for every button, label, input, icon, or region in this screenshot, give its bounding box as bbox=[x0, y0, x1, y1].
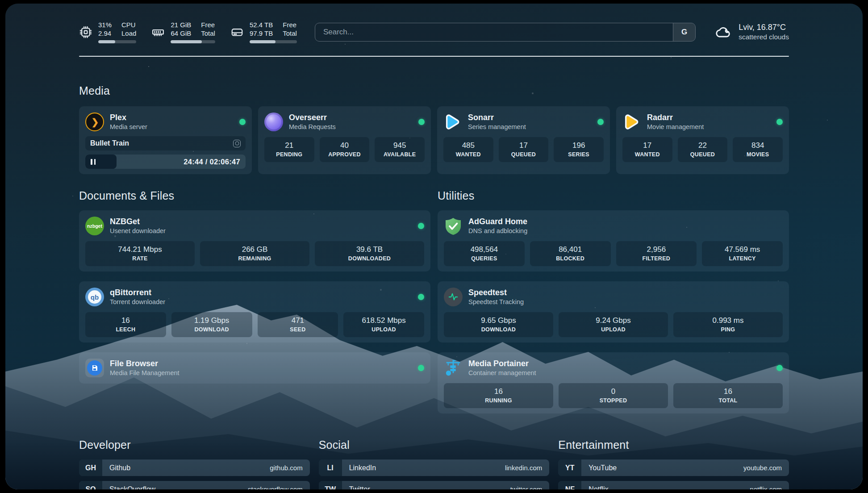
disk-free-value: 52.4 TB bbox=[250, 21, 273, 29]
ram-free-value: 21 GiB bbox=[171, 21, 191, 29]
stat-value: 945 bbox=[376, 141, 423, 150]
adguard-icon bbox=[444, 217, 463, 235]
stat-value: 22 bbox=[680, 141, 726, 150]
stat-label: QUEUED bbox=[680, 150, 726, 159]
app-subtitle: Container management bbox=[468, 369, 536, 377]
pause-icon[interactable] bbox=[91, 159, 96, 165]
stat-value: 266 GB bbox=[202, 245, 308, 255]
cpu-progress-fill bbox=[98, 40, 115, 43]
stat-value: 9.24 Gbps bbox=[560, 316, 666, 326]
bookmark-linkedin[interactable]: LI LinkedIn linkedin.com bbox=[319, 460, 550, 476]
ram-icon bbox=[151, 25, 165, 39]
bookmark-github[interactable]: GH Github github.com bbox=[79, 460, 310, 476]
camera-icon[interactable] bbox=[233, 140, 241, 147]
player-progress-track: 24:44 / 02:06:47 bbox=[85, 155, 246, 169]
app-name: Speedtest bbox=[468, 288, 524, 298]
sonarr-icon bbox=[443, 113, 462, 131]
stat-value: 196 bbox=[555, 141, 602, 150]
cpu-stat: 31% 2.94 CPU Load bbox=[79, 21, 136, 43]
stat-label: QUERIES bbox=[446, 255, 523, 263]
player-time: 24:44 / 02:06:47 bbox=[184, 155, 240, 169]
bookmark-stackoverflow[interactable]: SO StackOverflow stackoverflow.com bbox=[79, 481, 310, 489]
stat-label: WANTED bbox=[445, 150, 492, 159]
bookmark-url: linkedin.com bbox=[505, 460, 549, 476]
disk-progress-fill bbox=[250, 40, 275, 43]
memory-stat: 21 GiB 64 GiB Free Total bbox=[151, 21, 215, 43]
stat-tile: 47.569 ms LATENCY bbox=[702, 241, 783, 266]
ram-total-value: 64 GiB bbox=[171, 29, 191, 38]
disk-stat: 52.4 TB 97.9 TB Free Total bbox=[230, 21, 297, 43]
card-portainer[interactable]: Media Portainer Container management 16 … bbox=[438, 352, 789, 414]
bookmark-twitter[interactable]: TW Twitter twitter.com bbox=[319, 481, 550, 489]
bookmark-group-developer: Developer GH Github github.com SO StackO… bbox=[79, 439, 310, 489]
section-title-entertainment: Entertainment bbox=[558, 439, 789, 451]
bookmark-group-social: Social LI LinkedIn linkedin.com TW Twitt… bbox=[319, 439, 550, 489]
stat-label: PING bbox=[675, 326, 781, 334]
bookmark-name: YouTube bbox=[581, 460, 617, 476]
stat-label: TOTAL bbox=[675, 397, 781, 405]
card-qbittorrent[interactable]: qb qBittorrent Torrent downloader 16 LEE… bbox=[79, 281, 430, 343]
stat-label: SERIES bbox=[555, 150, 602, 159]
stat-label: LEECH bbox=[87, 326, 164, 334]
disk-progress-track bbox=[250, 40, 297, 43]
stat-value: 17 bbox=[624, 141, 671, 150]
card-adguard[interactable]: AdGuard Home DNS and adblocking 498,564 … bbox=[438, 210, 789, 272]
card-radarr[interactable]: Radarr Movie management 17 WANTED 22 QUE… bbox=[616, 106, 789, 174]
cpu-load-value: 2.94 bbox=[98, 29, 112, 38]
card-sonarr[interactable]: Sonarr Series management 485 WANTED 17 Q… bbox=[437, 106, 610, 174]
stat-label: RUNNING bbox=[446, 397, 551, 405]
card-plex[interactable]: ❯ Plex Media server Bullet Train 24:44 / bbox=[79, 106, 252, 174]
bookmark-url: youtube.com bbox=[743, 460, 789, 476]
search-input[interactable] bbox=[315, 23, 673, 41]
bookmark-name: Netflix bbox=[581, 481, 608, 489]
stat-value: 86,401 bbox=[532, 245, 609, 255]
stat-value: 0 bbox=[560, 387, 666, 397]
radarr-icon bbox=[622, 113, 641, 131]
bookmark-netflix[interactable]: NF Netflix netflix.com bbox=[558, 481, 789, 489]
stat-label: MOVIES bbox=[734, 150, 781, 159]
bookmark-url: stackoverflow.com bbox=[248, 481, 310, 489]
app-subtitle: Media server bbox=[110, 123, 147, 131]
bookmark-url: github.com bbox=[270, 460, 309, 476]
bookmark-url: netflix.com bbox=[750, 481, 789, 489]
stat-value: 618.52 Mbps bbox=[345, 316, 422, 326]
stat-label: SEED bbox=[259, 326, 337, 334]
app-subtitle: Movie management bbox=[647, 123, 704, 131]
stat-tile: 1.19 Gbps DOWNLOAD bbox=[171, 312, 252, 337]
stat-tile: 16 RUNNING bbox=[444, 383, 553, 408]
app-name: Plex bbox=[110, 113, 147, 123]
bookmark-abbr: TW bbox=[319, 481, 342, 489]
status-dot bbox=[239, 119, 246, 125]
section-title-social: Social bbox=[319, 439, 550, 451]
dashboard-frame: 31% 2.94 CPU Load bbox=[5, 4, 863, 489]
weather-widget: Lviv, 16.87°C scattered clouds bbox=[714, 22, 789, 42]
stat-tile: 39.6 TB DOWNLOADED bbox=[315, 241, 424, 266]
stat-value: 2,956 bbox=[618, 245, 695, 255]
overseerr-icon bbox=[264, 113, 283, 131]
stat-tile: 2,956 FILTERED bbox=[616, 241, 697, 266]
bookmark-name: LinkedIn bbox=[342, 460, 376, 476]
card-overseerr[interactable]: Overseerr Media Requests 21 PENDING 40 A… bbox=[258, 106, 431, 174]
stat-label: STOPPED bbox=[560, 397, 666, 405]
card-filebrowser[interactable]: File Browser Media File Management bbox=[79, 352, 430, 384]
search-bar: G bbox=[315, 23, 696, 42]
bookmark-youtube[interactable]: YT YouTube youtube.com bbox=[558, 460, 789, 476]
status-dot bbox=[597, 119, 604, 125]
stat-tile: 485 WANTED bbox=[443, 137, 493, 162]
stat-tile: 16 LEECH bbox=[85, 312, 166, 337]
header-divider bbox=[79, 56, 789, 57]
stat-tile: 0 STOPPED bbox=[559, 383, 668, 408]
card-speedtest[interactable]: Speedtest Speedtest Tracking 9.65 Gbps D… bbox=[438, 281, 789, 343]
stat-value: 9.65 Gbps bbox=[446, 316, 551, 326]
stat-tile: 40 APPROVED bbox=[320, 137, 370, 162]
stat-value: 16 bbox=[87, 316, 164, 326]
status-dot bbox=[776, 365, 783, 371]
cpu-label: CPU bbox=[121, 21, 136, 29]
ram-progress-track bbox=[171, 40, 215, 43]
card-nzbget[interactable]: nzbget NZBGet Usenet downloader 744.21 M… bbox=[79, 210, 430, 272]
stat-tile: 0.993 ms PING bbox=[673, 312, 783, 337]
bookmark-abbr: LI bbox=[319, 460, 342, 476]
status-dot bbox=[776, 119, 783, 125]
bookmark-url: twitter.com bbox=[510, 481, 550, 489]
search-engine-button[interactable]: G bbox=[673, 23, 695, 41]
